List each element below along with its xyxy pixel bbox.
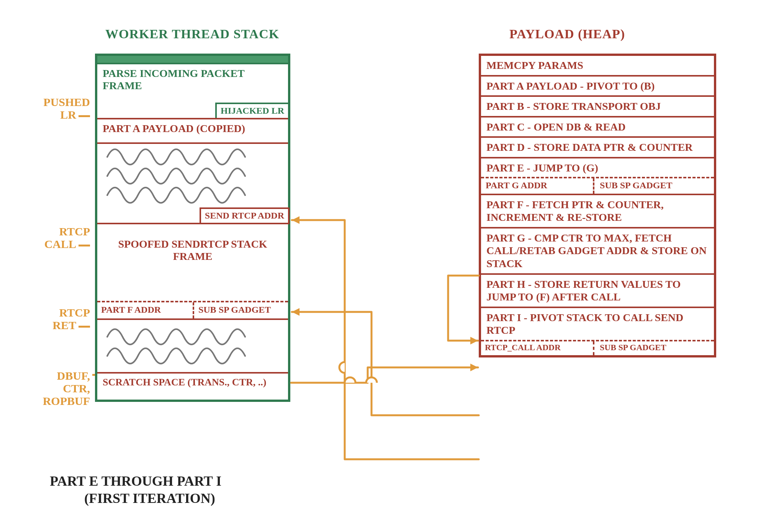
row-spoofed-frame: SPOOFED SENDRTCP STACK FRAME [97, 224, 288, 301]
divider-dashed [593, 341, 594, 355]
heap-r7: PART G - CMP CTR TO MAX, FETCH CALL/RETA… [481, 228, 714, 275]
heap-r1: PART A PAYLOAD - PIVOT TO (B) [481, 77, 714, 97]
stack-topbar [97, 56, 288, 64]
row-parse-frame-text: PARSE INCOMING PACKET FRAME [103, 67, 244, 91]
row-part-a-copied: PART A PAYLOAD (COPIED) [97, 118, 288, 144]
divider-dashed [193, 302, 194, 318]
tick-icon [79, 245, 90, 246]
label-pushed-lr-text: PUSHED LR [43, 96, 90, 121]
divider-dashed [593, 178, 594, 194]
diagram-canvas: WORKER THREAD STACK PAYLOAD (HEAP) PUSHE… [0, 0, 766, 532]
label-dbuf-text: DBUF, CTR, ROPBUF [43, 369, 90, 407]
label-pushed-lr: PUSHED LR [25, 96, 90, 121]
label-rtcp-call: RTCP CALL [40, 225, 90, 250]
heap-r8: PART H - STORE RETURN VALUES TO JUMP TO … [481, 275, 714, 308]
caption: PART E THROUGH PART I (FIRST ITERATION) [50, 473, 221, 507]
heap-r5b-text: SUB SP GADGET [600, 180, 672, 191]
row-scribble-2 [97, 320, 288, 374]
stack-container: PARSE INCOMING PACKET FRAME HIJACKED LR … [95, 54, 290, 402]
heap-r2: PART B - STORE TRANSPORT OBJ [481, 97, 714, 117]
heap-container: MEMCPY PARAMS PART A PAYLOAD - PIVOT TO … [479, 54, 716, 357]
heap-r5a-text: PART G ADDR [486, 180, 547, 190]
caption-line-1: PART E THROUGH PART I [50, 473, 221, 490]
row-subsp-text: SUB SP GADGET [198, 305, 271, 315]
stack-title: WORKER THREAD STACK [105, 27, 279, 41]
heap-r4: PART D - STORE DATA PTR & COUNTER [481, 138, 714, 158]
heap-r9: PART I - PIVOT STACK TO CALL SEND RTCP R… [481, 308, 714, 355]
tick-icon [79, 115, 90, 117]
tick-icon [79, 326, 90, 328]
heap-r6: PART F - FETCH PTR & COUNTER, INCREMENT … [481, 195, 714, 228]
row-spoofed-frame-text: SPOOFED SENDRTCP STACK FRAME [118, 238, 267, 262]
svg-marker-1 [292, 308, 300, 316]
label-dbuf: DBUF, CTR, ROPBUF [29, 369, 90, 407]
heap-r9a-text: RTCP_CALL ADDR [485, 343, 561, 352]
svg-marker-2 [470, 364, 478, 371]
inset-send-rtcp-addr: SEND RTCP ADDR [200, 207, 290, 224]
row-parse-frame: PARSE INCOMING PACKET FRAME HIJACKED LR [97, 64, 288, 118]
heap-r9-text: PART I - PIVOT STACK TO CALL SEND RTCP [486, 312, 683, 336]
label-rtcp-ret: RTCP RET [40, 306, 90, 331]
svg-marker-3 [470, 337, 478, 344]
heap-r9b-text: SUB SP GADGET [600, 343, 666, 352]
heap-r0: MEMCPY PARAMS [481, 56, 714, 77]
row-partf-addr-text: PART F ADDR [101, 305, 161, 315]
heap-r5-text: PART E - JUMP TO (G) [486, 162, 598, 174]
heap-r5: PART E - JUMP TO (G) PART G ADDR SUB SP … [481, 158, 714, 195]
heap-title: PAYLOAD (HEAP) [509, 27, 625, 41]
row-scribble-1: SEND RTCP ADDR [97, 144, 288, 224]
heap-r3: PART C - OPEN DB & READ [481, 117, 714, 138]
row-partf-gadget: PART F ADDR SUB SP GADGET [97, 301, 288, 320]
svg-marker-0 [292, 216, 300, 224]
caption-line-2: (FIRST ITERATION) [50, 490, 221, 507]
label-rtcp-ret-text: RTCP RET [52, 306, 90, 331]
inset-hijacked-lr: HIJACKED LR [215, 103, 290, 119]
row-scratch: SCRATCH SPACE (TRANS., CTR, ..) [97, 374, 288, 397]
label-rtcp-call-text: RTCP CALL [44, 225, 90, 250]
